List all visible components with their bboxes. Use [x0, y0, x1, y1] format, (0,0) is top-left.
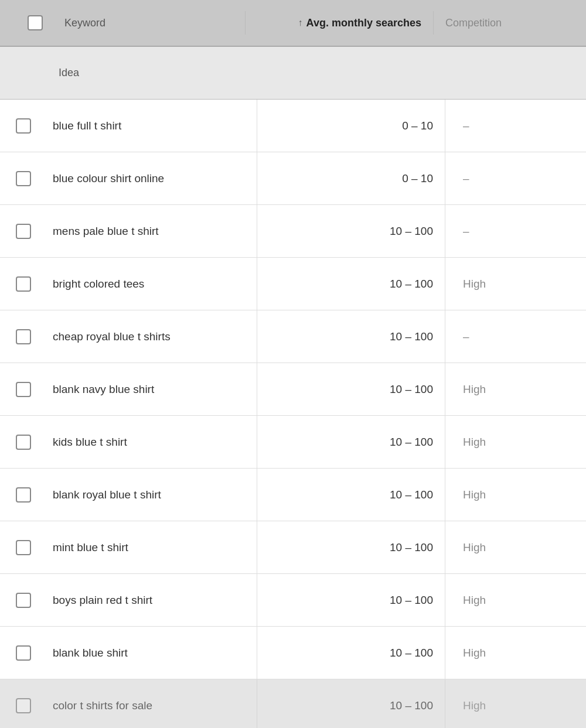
- sort-arrow-icon: ↑: [298, 18, 303, 28]
- competition-cell: High: [445, 594, 586, 607]
- competition-cell: High: [445, 699, 586, 712]
- row-checkbox[interactable]: [16, 645, 31, 661]
- competition-cell: High: [445, 278, 586, 290]
- row-checkbox-cell[interactable]: [0, 593, 47, 608]
- table-row: kids blue t shirt 10 – 100 High: [0, 416, 586, 469]
- searches-cell: 10 – 100: [257, 383, 445, 396]
- table-row: bright colored tees 10 – 100 High: [0, 258, 586, 310]
- row-checkbox[interactable]: [16, 487, 31, 503]
- searches-cell: 10 – 100: [257, 647, 445, 659]
- row-checkbox[interactable]: [16, 329, 31, 344]
- keyword-cell: kids blue t shirt: [47, 436, 257, 449]
- keyword-cell: blank navy blue shirt: [47, 383, 257, 396]
- row-checkbox[interactable]: [16, 435, 31, 450]
- searches-cell: 10 – 100: [257, 330, 445, 343]
- competition-cell: –: [445, 330, 586, 343]
- table-row: mens pale blue t shirt 10 – 100 –: [0, 205, 586, 258]
- table-row: color t shirts for sale 10 – 100 High: [0, 679, 586, 728]
- table-row: blank blue shirt 10 – 100 High: [0, 627, 586, 679]
- table-header: Keyword ↑ Avg. monthly searches Competit…: [0, 0, 586, 47]
- row-checkbox[interactable]: [16, 698, 31, 713]
- keyword-cell: blank blue shirt: [47, 647, 257, 659]
- row-checkbox-cell[interactable]: [0, 645, 47, 661]
- table-row: blue full t shirt 0 – 10 –: [0, 100, 586, 152]
- competition-cell: –: [445, 119, 586, 132]
- idea-label: Idea: [47, 67, 79, 79]
- row-checkbox-cell[interactable]: [0, 698, 47, 713]
- keyword-cell: bright colored tees: [47, 278, 257, 290]
- select-all-checkbox-cell[interactable]: [12, 15, 59, 30]
- table-row: cheap royal blue t shirts 10 – 100 –: [0, 310, 586, 363]
- row-checkbox-cell[interactable]: [0, 540, 47, 555]
- row-checkbox-cell[interactable]: [0, 329, 47, 344]
- keyword-cell: cheap royal blue t shirts: [47, 330, 257, 343]
- row-checkbox-cell[interactable]: [0, 276, 47, 292]
- competition-cell: High: [445, 647, 586, 659]
- competition-column-header: Competition: [434, 17, 574, 29]
- keyword-cell: mens pale blue t shirt: [47, 225, 257, 238]
- keyword-cell: blue full t shirt: [47, 119, 257, 132]
- row-checkbox[interactable]: [16, 382, 31, 397]
- competition-cell: High: [445, 383, 586, 396]
- row-checkbox-cell[interactable]: [0, 171, 47, 186]
- competition-cell: –: [445, 172, 586, 185]
- rows-container: blue full t shirt 0 – 10 – blue colour s…: [0, 100, 586, 728]
- row-checkbox-cell[interactable]: [0, 487, 47, 503]
- searches-cell: 10 – 100: [257, 278, 445, 290]
- row-checkbox-cell[interactable]: [0, 382, 47, 397]
- row-checkbox[interactable]: [16, 224, 31, 239]
- searches-cell: 10 – 100: [257, 225, 445, 238]
- idea-section-row: Idea: [0, 47, 586, 100]
- keyword-cell: blank royal blue t shirt: [47, 488, 257, 501]
- table-row: boys plain red t shirt 10 – 100 High: [0, 574, 586, 627]
- searches-cell: 10 – 100: [257, 594, 445, 607]
- keyword-table: Keyword ↑ Avg. monthly searches Competit…: [0, 0, 586, 728]
- row-checkbox-cell[interactable]: [0, 118, 47, 134]
- row-checkbox[interactable]: [16, 118, 31, 134]
- keyword-cell: boys plain red t shirt: [47, 594, 257, 607]
- searches-cell: 10 – 100: [257, 488, 445, 501]
- row-checkbox[interactable]: [16, 171, 31, 186]
- keyword-cell: color t shirts for sale: [47, 699, 257, 712]
- row-checkbox-cell[interactable]: [0, 435, 47, 450]
- select-all-checkbox[interactable]: [28, 15, 43, 30]
- row-checkbox[interactable]: [16, 593, 31, 608]
- table-row: blue colour shirt online 0 – 10 –: [0, 152, 586, 205]
- searches-cell: 10 – 100: [257, 541, 445, 554]
- table-row: blank navy blue shirt 10 – 100 High: [0, 363, 586, 416]
- row-checkbox[interactable]: [16, 276, 31, 292]
- competition-cell: High: [445, 541, 586, 554]
- competition-cell: High: [445, 488, 586, 501]
- searches-column-header[interactable]: ↑ Avg. monthly searches: [246, 17, 433, 29]
- competition-cell: –: [445, 225, 586, 238]
- searches-cell: 10 – 100: [257, 436, 445, 449]
- keyword-cell: mint blue t shirt: [47, 541, 257, 554]
- row-checkbox[interactable]: [16, 540, 31, 555]
- competition-cell: High: [445, 436, 586, 449]
- table-row: blank royal blue t shirt 10 – 100 High: [0, 469, 586, 521]
- searches-cell: 10 – 100: [257, 699, 445, 712]
- searches-cell: 0 – 10: [257, 172, 445, 185]
- row-checkbox-cell[interactable]: [0, 224, 47, 239]
- searches-cell: 0 – 10: [257, 119, 445, 132]
- keyword-cell: blue colour shirt online: [47, 172, 257, 185]
- keyword-column-header: Keyword: [59, 17, 245, 29]
- table-row: mint blue t shirt 10 – 100 High: [0, 521, 586, 574]
